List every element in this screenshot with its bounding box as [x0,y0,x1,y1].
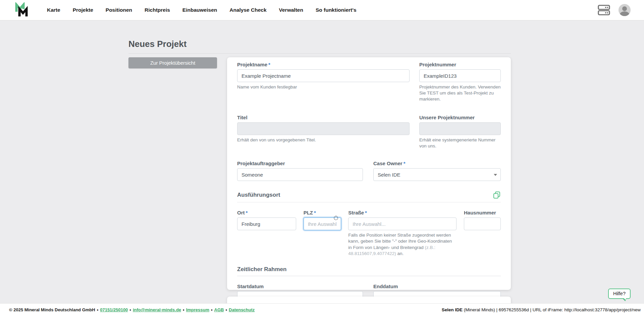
case-owner-label: Case Owner* [373,161,501,166]
nav-item-so-funktionierts[interactable]: So funktioniert's [316,7,357,13]
logo-icon [15,2,30,18]
titel-label: Titel [237,115,410,120]
session-details: (Mineral Minds) | 69576255536d | URL of … [463,307,641,312]
title-divider [128,53,511,54]
projektname-label: Projektname* [237,62,410,67]
footer-bar: © 2025 Mineral Minds Deutschland GmbH • … [0,303,644,316]
nav-item-richtpreis[interactable]: Richtpreis [145,7,170,13]
hilfe-label: Hilfe? [613,291,626,296]
footer-link-phone[interactable]: 07151/250100 [100,307,128,312]
hausnummer-field-group: Hausnummer [464,210,501,257]
mineral-minds-logo[interactable] [15,2,30,18]
avatar-head [622,6,627,11]
projektname-input[interactable] [237,69,410,82]
projektauftraggeber-input[interactable] [237,168,363,181]
case-owner-select[interactable]: Selen IDE [373,168,501,181]
plz-label: PLZ* [304,210,341,215]
projektname-field-group: Projektname* Name vom Kunden festlegbar [237,62,410,103]
nav-menu: Karte Projekte Positionen Richtpreis Ein… [47,7,357,13]
session-user: Selen IDE [442,307,463,312]
startdatum-label: Startdatum [237,283,363,289]
section-divider [237,202,501,202]
unsere-projektnummer-input [419,122,501,135]
strasse-helper: Falls die Position keiner Straße zugeord… [348,232,457,257]
footer-link-datenschutz[interactable]: Datenschutz [229,307,255,312]
ausfuehrungsort-section: Ausführungsort [237,191,501,202]
plz-field-group: PLZ* [304,210,341,257]
top-navigation-bar: Karte Projekte Positionen Richtpreis Ein… [0,0,644,20]
required-asterisk: * [404,161,406,166]
chevron-down-icon [494,174,497,176]
footer-link-impressum[interactable]: Impressum [186,307,209,312]
footer-link-email[interactable]: info@mineral-minds.de [133,307,181,312]
projektauftraggeber-label: Projektauftraggeber [237,161,363,166]
ausfuehrungsort-heading: Ausführungsort [237,192,280,198]
zeitlicher-rahmen-section: Zeitlicher Rahmen [237,266,501,276]
titel-helper: Erhält den von uns vorgegebenen Titel. [237,137,410,143]
zeitlicher-rahmen-heading: Zeitlicher Rahmen [237,266,286,273]
strasse-field-group: Straße* Falls die Position keiner Straße… [348,210,457,257]
nav-item-karte[interactable]: Karte [47,7,60,13]
required-asterisk: * [365,210,367,215]
project-form-card: Projektname* Name vom Kunden festlegbar … [227,57,511,290]
projektname-helper: Name vom Kunden festlegbar [237,84,410,90]
strasse-input[interactable] [348,217,457,230]
footer-link-agb[interactable]: AGB [214,307,224,312]
nav-item-projekte[interactable]: Projekte [73,7,93,13]
case-owner-field-group: Case Owner* Selen IDE [373,161,501,181]
avatar-shoulders [620,11,629,16]
projektnummer-helper: Projektnummer des Kunden. Verwenden Sie … [419,84,501,103]
projektauftraggeber-field-group: Projektauftraggeber [237,161,363,181]
required-asterisk: * [314,210,316,215]
required-asterisk: * [246,210,248,215]
strasse-label: Straße* [348,210,457,215]
unsere-projektnummer-field-group: Unsere Projektnummer Erhält eine systemg… [419,115,501,149]
hausnummer-input[interactable] [464,217,501,230]
enddatum-label: Enddatum [373,283,501,289]
main-content: Neues Projekt Zur Projektübersicht Proje… [0,20,644,303]
nav-item-analyse-check[interactable]: Analyse Check [229,7,266,13]
ort-label: Ort* [237,210,296,215]
hilfe-button[interactable]: Hilfe? [608,289,631,299]
titel-field-group: Titel Erhält den von uns vorgegebenen Ti… [237,115,410,149]
footer-left: © 2025 Mineral Minds Deutschland GmbH • … [9,307,255,312]
unsere-projektnummer-helper: Erhält eine systemgenerierte Nummer von … [419,137,501,149]
required-asterisk: * [268,62,270,67]
bubble-tail-inner [624,298,626,300]
ort-field-group: Ort* [237,210,296,257]
nav-right-actions [598,4,631,16]
nav-item-verwalten[interactable]: Verwalten [279,7,303,13]
projektnummer-input[interactable] [419,69,501,82]
user-avatar-icon[interactable] [619,4,631,16]
copyright-text: © 2025 Mineral Minds Deutschland GmbH [9,307,95,312]
hausnummer-label: Hausnummer [464,210,501,215]
nav-item-positionen[interactable]: Positionen [106,7,132,13]
unsere-projektnummer-label: Unsere Projektnummer [419,115,501,120]
footer-session-info: Selen IDE (Mineral Minds) | 69576255536d… [442,307,641,312]
projektnummer-field-group: Projektnummer Projektnummer des Kunden. … [419,62,501,103]
nav-item-einbauweisen[interactable]: Einbauweisen [182,7,217,13]
case-owner-value: Selen IDE [378,172,400,178]
copy-icon[interactable] [493,191,501,199]
loading-spinner-icon [334,216,338,220]
section-divider [237,276,501,276]
server-icon[interactable] [598,5,610,15]
titel-input [237,122,410,135]
zur-projektuebersicht-button[interactable]: Zur Projektübersicht [128,57,217,68]
ort-input[interactable] [237,217,296,230]
page-title: Neues Projekt [128,39,186,49]
projektnummer-label: Projektnummer [419,62,501,67]
